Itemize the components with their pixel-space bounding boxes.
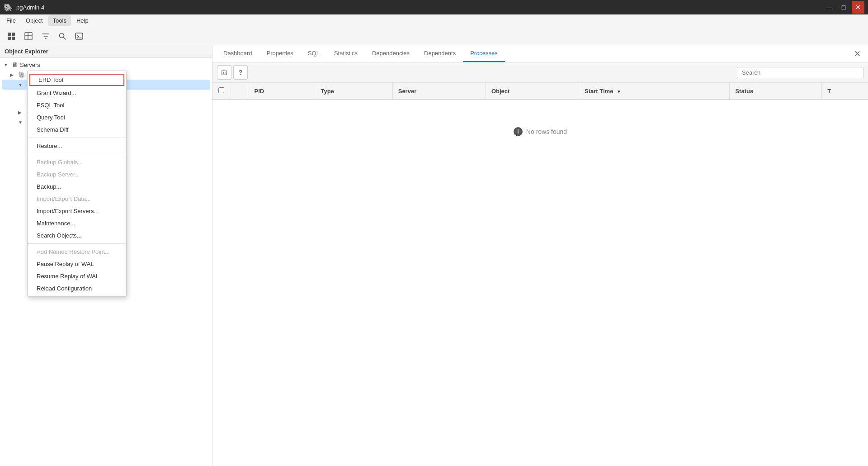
dropdown-sep-3 bbox=[28, 243, 126, 244]
servers-label: Servers bbox=[20, 62, 40, 68]
select-all-checkbox[interactable] bbox=[218, 87, 224, 93]
dropdown-psql-tool[interactable]: PSQL Tool bbox=[28, 99, 126, 111]
main-layout: Object Explorer ▼ 🖥 Servers ▶ 🐘 PostgreS… bbox=[0, 45, 868, 466]
dropdown-grant-wizard[interactable]: Grant Wizard... bbox=[28, 87, 126, 99]
object-explorer-btn[interactable] bbox=[4, 29, 19, 43]
processes-table: PID Type Server Object Start Time bbox=[212, 83, 868, 466]
tabs-list: Dashboard Properties SQL Statistics Depe… bbox=[216, 45, 505, 62]
dropdown-backup-globals: Backup Globals... bbox=[28, 156, 126, 168]
arrow-roles: ▶ bbox=[18, 110, 24, 115]
no-rows-message: i No rows found bbox=[212, 100, 868, 163]
col-server[interactable]: Server bbox=[392, 83, 486, 100]
terminal-icon bbox=[75, 32, 84, 41]
close-button[interactable]: ✕ bbox=[852, 1, 864, 14]
dropdown-search-objects[interactable]: Search Objects... bbox=[28, 229, 126, 242]
info-icon: i bbox=[514, 127, 523, 136]
search-btn[interactable] bbox=[55, 30, 70, 43]
col-time[interactable]: T bbox=[822, 83, 868, 100]
filter-icon bbox=[41, 32, 50, 41]
menu-file[interactable]: File bbox=[2, 15, 20, 26]
svg-rect-2 bbox=[8, 37, 11, 40]
postgresql-icon: 🐘 bbox=[18, 71, 26, 78]
sort-arrow-down: ▼ bbox=[617, 89, 621, 94]
tab-statistics[interactable]: Statistics bbox=[327, 45, 365, 62]
col-status[interactable]: Status bbox=[730, 83, 822, 100]
trash-icon bbox=[221, 69, 227, 76]
title-bar: 🐘 pgAdmin 4 — □ ✕ bbox=[0, 0, 868, 14]
tabs-bar: Dashboard Properties SQL Statistics Depe… bbox=[212, 45, 868, 62]
arrow-tablespaces: ▼ bbox=[18, 120, 24, 125]
minimize-button[interactable]: — bbox=[823, 1, 835, 14]
content-area: Dashboard Properties SQL Statistics Depe… bbox=[212, 45, 868, 466]
table-view-btn[interactable] bbox=[21, 29, 36, 43]
dropdown-backup[interactable]: Backup... bbox=[28, 181, 126, 193]
svg-rect-1 bbox=[12, 33, 15, 36]
col-status-indicator bbox=[231, 83, 249, 100]
col-type[interactable]: Type bbox=[315, 83, 392, 100]
arrow-servers: ▼ bbox=[4, 62, 10, 67]
svg-rect-11 bbox=[222, 71, 227, 75]
menu-tools[interactable]: Tools bbox=[48, 15, 71, 26]
tab-dashboard[interactable]: Dashboard bbox=[216, 45, 259, 62]
table-icon bbox=[24, 32, 33, 41]
tab-close-btn[interactable]: ✕ bbox=[850, 49, 864, 59]
svg-rect-3 bbox=[12, 37, 15, 40]
server-group-icon: 🖥 bbox=[12, 61, 18, 68]
dropdown-query-tool[interactable]: Query Tool bbox=[28, 111, 126, 124]
app-icon: 🐘 bbox=[4, 3, 13, 12]
arrow-databases: ▼ bbox=[18, 82, 24, 87]
dropdown-sep-2 bbox=[28, 154, 126, 154]
menu-bar: File Object Tools Help bbox=[0, 14, 868, 27]
dropdown-add-restore-point: Add Named Restore Point... bbox=[28, 246, 126, 258]
app-title: pgAdmin 4 bbox=[16, 4, 44, 11]
panel-toolbar: ? bbox=[212, 62, 868, 83]
no-rows-text: No rows found bbox=[526, 128, 567, 135]
table-header-row: PID Type Server Object Start Time bbox=[212, 83, 868, 100]
svg-rect-0 bbox=[8, 33, 11, 36]
dropdown-maintenance[interactable]: Maintenance... bbox=[28, 217, 126, 229]
tree-item-servers[interactable]: ▼ 🖥 Servers bbox=[2, 60, 210, 70]
grid-icon bbox=[7, 32, 16, 41]
query-tool-btn[interactable] bbox=[71, 29, 87, 43]
search-input[interactable] bbox=[737, 67, 863, 78]
dropdown-import-export-data: Import/Export Data... bbox=[28, 193, 126, 205]
dropdown-erd-tool[interactable]: ERD Tool bbox=[29, 74, 124, 86]
tab-properties[interactable]: Properties bbox=[259, 45, 301, 62]
tab-sql[interactable]: SQL bbox=[301, 45, 327, 62]
no-rows-cell: i No rows found bbox=[212, 100, 868, 163]
toolbar bbox=[0, 27, 868, 45]
maximize-button[interactable]: □ bbox=[837, 1, 850, 14]
title-bar-left: 🐘 pgAdmin 4 bbox=[4, 3, 44, 12]
col-pid[interactable]: PID bbox=[249, 83, 315, 100]
dropdown-pause-wal[interactable]: Pause Replay of WAL bbox=[28, 258, 126, 270]
tab-dependencies[interactable]: Dependencies bbox=[365, 45, 417, 62]
svg-rect-4 bbox=[25, 33, 32, 40]
col-object[interactable]: Object bbox=[486, 83, 579, 100]
dropdown-reload-config[interactable]: Reload Configuration bbox=[28, 282, 126, 295]
arrow-postgresql: ▶ bbox=[10, 72, 16, 77]
filter-btn[interactable] bbox=[38, 29, 53, 43]
table-body: i No rows found bbox=[212, 100, 868, 163]
title-bar-controls: — □ ✕ bbox=[823, 1, 864, 14]
sidebar: Object Explorer ▼ 🖥 Servers ▶ 🐘 PostgreS… bbox=[0, 45, 212, 466]
dropdown-import-export-servers[interactable]: Import/Export Servers... bbox=[28, 205, 126, 217]
tab-processes[interactable]: Processes bbox=[463, 45, 505, 62]
tab-dependents[interactable]: Dependents bbox=[417, 45, 463, 62]
col-checkbox[interactable] bbox=[212, 83, 231, 100]
svg-rect-9 bbox=[75, 33, 83, 39]
col-start-time[interactable]: Start Time ▼ bbox=[579, 83, 730, 100]
search-icon bbox=[58, 32, 66, 40]
panel-toolbar-left: ? bbox=[217, 65, 248, 80]
dropdown-resume-wal[interactable]: Resume Replay of WAL bbox=[28, 270, 126, 282]
dropdown-restore[interactable]: Restore... bbox=[28, 140, 126, 152]
dropdown-sep-1 bbox=[28, 138, 126, 138]
dropdown-schema-diff[interactable]: Schema Diff bbox=[28, 124, 126, 136]
no-rows-row: i No rows found bbox=[212, 100, 868, 163]
dropdown-backup-server: Backup Server... bbox=[28, 168, 126, 181]
delete-process-btn[interactable] bbox=[217, 65, 231, 80]
menu-object[interactable]: Object bbox=[21, 15, 47, 26]
help-btn[interactable]: ? bbox=[233, 65, 248, 80]
tools-dropdown-menu: ERD Tool Grant Wizard... PSQL Tool Query… bbox=[27, 71, 127, 297]
processes-data-table: PID Type Server Object Start Time bbox=[212, 83, 868, 163]
menu-help[interactable]: Help bbox=[72, 15, 93, 26]
